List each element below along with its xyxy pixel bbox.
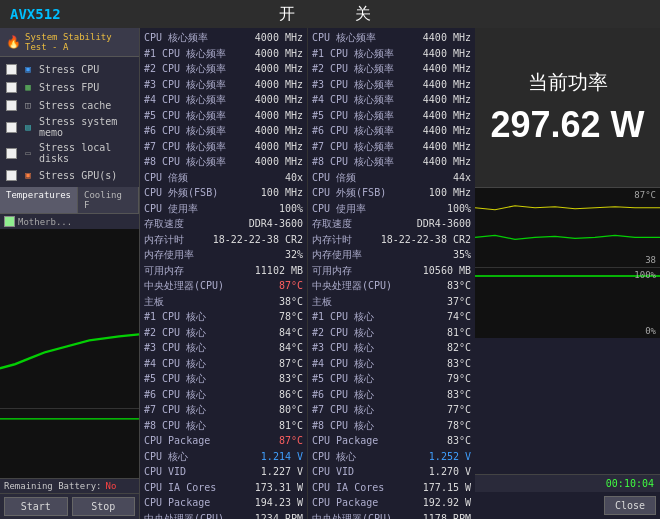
table-row: #5 CPU 核心频率4000 MHz <box>144 108 303 124</box>
table-row: 存取速度DDR4-3600 <box>312 216 471 232</box>
table-row: 中央处理器(CPU)1234 RPM <box>144 511 303 520</box>
temp-graph-area: 100°C 0°C <box>0 229 139 408</box>
btn-row: Start Stop <box>0 493 139 519</box>
table-row: 可用内存11102 MB <box>144 263 303 279</box>
right-graph-low: 38 <box>645 255 656 265</box>
start-button[interactable]: Start <box>4 497 68 516</box>
timer-value: 00:10:04 <box>606 478 654 489</box>
table-row: CPU 倍频40x <box>144 170 303 186</box>
off-label: 关 <box>355 4 371 25</box>
table-row: #3 CPU 核心82°C <box>312 340 471 356</box>
timer-row: 00:10:04 <box>475 474 660 492</box>
table-row: CPU 外频(FSB)100 MHz <box>312 185 471 201</box>
stress-fpu-checkbox[interactable] <box>6 82 17 93</box>
stress-disk-label: Stress local disks <box>39 142 133 164</box>
disk-icon: ▭ <box>21 146 35 160</box>
table-row: #6 CPU 核心86°C <box>144 387 303 403</box>
motherboard-check[interactable]: Motherb... <box>0 214 139 229</box>
left-sidebar: 🔥 System Stability Test - A ▣ Stress CPU… <box>0 28 140 519</box>
table-row: #2 CPU 核心81°C <box>312 325 471 341</box>
battery-label: Remaining Battery: <box>4 481 102 491</box>
tab-cooling[interactable]: Cooling F <box>78 187 139 213</box>
stress-cache-checkbox[interactable] <box>6 100 17 111</box>
table-row: 中央处理器(CPU)1178 RPM <box>312 511 471 520</box>
table-row: 可用内存10560 MB <box>312 263 471 279</box>
table-row: #6 CPU 核心83°C <box>312 387 471 403</box>
table-row: #3 CPU 核心84°C <box>144 340 303 356</box>
on-off-labels: 开 关 <box>61 4 590 25</box>
table-row: 内存使用率35% <box>312 247 471 263</box>
table-row: CPU 外频(FSB)100 MHz <box>144 185 303 201</box>
app-title-text: System Stability Test - A <box>25 32 133 52</box>
table-row: CPU 核心1.214 V <box>144 449 303 465</box>
right-temp-graph: 87°C 38 <box>475 188 660 268</box>
stop-button[interactable]: Stop <box>72 497 136 516</box>
table-row: #4 CPU 核心87°C <box>144 356 303 372</box>
table-row: CPU 核心1.252 V <box>312 449 471 465</box>
flame-icon: 🔥 <box>6 35 21 49</box>
battery-value: No <box>106 481 117 491</box>
data-column-1: CPU 核心频率4000 MHz#1 CPU 核心频率4000 MHz#2 CP… <box>140 28 308 519</box>
table-row: #8 CPU 核心频率4000 MHz <box>144 154 303 170</box>
table-row: 内存计时18-22-22-38 CR2 <box>312 232 471 248</box>
stress-mem-checkbox[interactable] <box>6 122 17 133</box>
fpu-icon: ▦ <box>21 80 35 94</box>
top-header: AVX512 开 关 <box>0 0 660 28</box>
table-row: #1 CPU 核心频率4400 MHz <box>312 46 471 62</box>
tab-temperatures[interactable]: Temperatures <box>0 187 78 213</box>
mem-icon: ▤ <box>21 120 35 134</box>
stress-item-mem[interactable]: ▤ Stress system memo <box>4 115 135 139</box>
table-row: #7 CPU 核心频率4000 MHz <box>144 139 303 155</box>
right-temp-svg <box>475 188 660 267</box>
table-row: 内存计时18-22-22-38 CR2 <box>144 232 303 248</box>
table-row: #4 CPU 核心频率4000 MHz <box>144 92 303 108</box>
stress-cpu-label: Stress CPU <box>39 64 99 75</box>
table-row: #4 CPU 核心频率4400 MHz <box>312 92 471 108</box>
title-area: AVX512 <box>10 6 61 22</box>
table-row: 内存使用率32% <box>144 247 303 263</box>
table-row: #8 CPU 核心81°C <box>144 418 303 434</box>
cache-icon: ◫ <box>21 98 35 112</box>
stress-gpu-checkbox[interactable] <box>6 170 17 181</box>
gpu-icon: ▣ <box>21 168 35 182</box>
table-row: #1 CPU 核心74°C <box>312 309 471 325</box>
table-row: CPU VID1.227 V <box>144 464 303 480</box>
stress-item-disk[interactable]: ▭ Stress local disks <box>4 141 135 165</box>
stress-cache-label: Stress cache <box>39 100 111 111</box>
stress-item-gpu[interactable]: ▣ Stress GPU(s) <box>4 167 135 183</box>
table-row: #3 CPU 核心频率4000 MHz <box>144 77 303 93</box>
table-row: #7 CPU 核心80°C <box>144 402 303 418</box>
power-value: 297.62 W <box>490 104 644 146</box>
stress-item-cache[interactable]: ◫ Stress cache <box>4 97 135 113</box>
app-title: 🔥 System Stability Test - A <box>0 28 139 57</box>
table-row: 主板37°C <box>312 294 471 310</box>
stress-item-fpu[interactable]: ▦ Stress FPU <box>4 79 135 95</box>
motherboard-checkbox[interactable] <box>4 216 15 227</box>
close-button[interactable]: Close <box>604 496 656 515</box>
usage-graph-svg <box>0 409 139 478</box>
battery-row: Remaining Battery: No <box>0 478 139 493</box>
stress-cpu-checkbox[interactable] <box>6 64 17 75</box>
right-panel: 当前功率 297.62 W 87°C 38 100% 0% 00 <box>475 28 660 519</box>
stress-item-cpu[interactable]: ▣ Stress CPU <box>4 61 135 77</box>
table-row: #1 CPU 核心78°C <box>144 309 303 325</box>
svg-rect-3 <box>475 268 660 338</box>
stress-mem-label: Stress system memo <box>39 116 133 138</box>
table-row: #7 CPU 核心77°C <box>312 402 471 418</box>
table-row: #3 CPU 核心频率4400 MHz <box>312 77 471 93</box>
temp-graph-svg <box>0 229 139 408</box>
table-row: CPU 核心频率4000 MHz <box>144 30 303 46</box>
table-row: 存取速度DDR4-3600 <box>144 216 303 232</box>
power-display: 当前功率 297.62 W <box>475 28 660 188</box>
table-row: 中央处理器(CPU)87°C <box>144 278 303 294</box>
data-column-2: CPU 核心频率4400 MHz#1 CPU 核心频率4400 MHz#2 CP… <box>308 28 475 519</box>
stress-disk-checkbox[interactable] <box>6 148 17 159</box>
table-row: #2 CPU 核心频率4000 MHz <box>144 61 303 77</box>
table-row: #2 CPU 核心84°C <box>144 325 303 341</box>
table-row: 中央处理器(CPU)83°C <box>312 278 471 294</box>
avx-badge: AVX512 <box>10 6 61 22</box>
svg-rect-0 <box>0 229 139 408</box>
table-row: 主板38°C <box>144 294 303 310</box>
tabs-area: Temperatures Cooling F <box>0 187 139 214</box>
table-row: #5 CPU 核心频率4400 MHz <box>312 108 471 124</box>
